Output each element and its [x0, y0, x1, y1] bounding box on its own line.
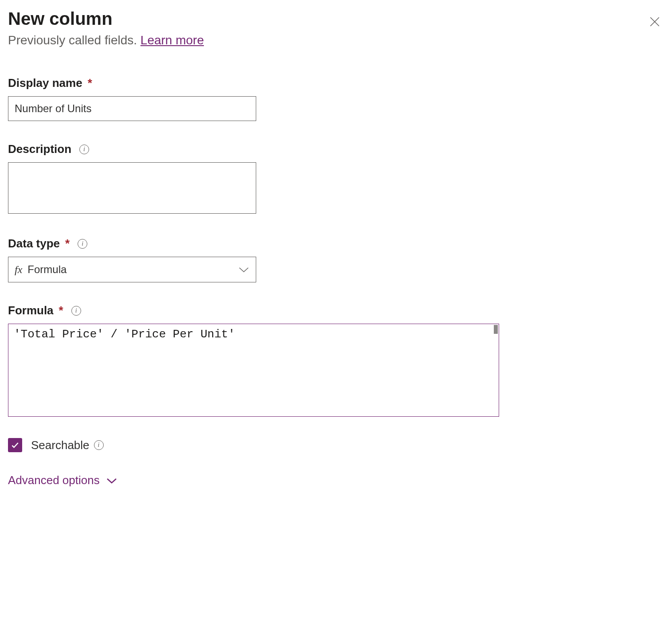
searchable-field: Searchable i — [8, 438, 664, 452]
required-indicator: * — [88, 76, 92, 90]
info-icon[interactable]: i — [78, 239, 87, 249]
display-name-input[interactable] — [8, 96, 256, 121]
formula-label-text: Formula — [8, 304, 54, 317]
display-name-label: Display name* — [8, 76, 664, 90]
info-icon[interactable]: i — [79, 145, 89, 154]
check-icon — [11, 441, 20, 450]
display-name-label-text: Display name — [8, 76, 82, 90]
formula-label: Formula* i — [8, 304, 664, 317]
header-left: New column Previously called fields. Lea… — [8, 9, 204, 47]
required-indicator: * — [65, 237, 70, 250]
formula-text: 'Total Price' / 'Price Per Unit' — [14, 328, 235, 341]
data-type-select[interactable]: fx Formula — [8, 257, 256, 282]
description-label-text: Description — [8, 142, 71, 156]
panel-header: New column Previously called fields. Lea… — [8, 9, 664, 47]
panel-subtitle: Previously called fields. Learn more — [8, 33, 204, 47]
searchable-label-text: Searchable — [31, 438, 90, 452]
description-field: Description i — [8, 142, 664, 215]
description-input[interactable] — [8, 162, 256, 214]
fx-icon: fx — [15, 264, 22, 276]
scrollbar-thumb[interactable] — [494, 325, 498, 334]
close-icon — [649, 16, 660, 27]
panel-title: New column — [8, 9, 204, 29]
data-type-label-text: Data type — [8, 237, 60, 250]
info-icon[interactable]: i — [94, 440, 104, 450]
data-type-select-content: fx Formula — [15, 263, 66, 276]
info-icon[interactable]: i — [71, 306, 81, 316]
chevron-down-icon — [106, 473, 117, 487]
close-button[interactable] — [645, 12, 664, 32]
data-type-field: Data type* i fx Formula — [8, 237, 664, 282]
required-indicator: * — [59, 304, 63, 317]
advanced-options-label: Advanced options — [8, 473, 100, 487]
subtitle-text: Previously called fields. — [8, 33, 141, 47]
searchable-checkbox[interactable] — [8, 438, 22, 452]
advanced-options-toggle[interactable]: Advanced options — [8, 473, 664, 487]
chevron-down-icon — [238, 266, 250, 273]
learn-more-link[interactable]: Learn more — [141, 33, 204, 47]
data-type-label: Data type* i — [8, 237, 664, 250]
display-name-field: Display name* — [8, 76, 664, 121]
searchable-label: Searchable i — [31, 438, 104, 452]
data-type-selected-value: Formula — [27, 263, 66, 276]
formula-input[interactable]: 'Total Price' / 'Price Per Unit' — [8, 324, 499, 417]
description-label: Description i — [8, 142, 664, 156]
formula-field: Formula* i 'Total Price' / 'Price Per Un… — [8, 304, 664, 417]
